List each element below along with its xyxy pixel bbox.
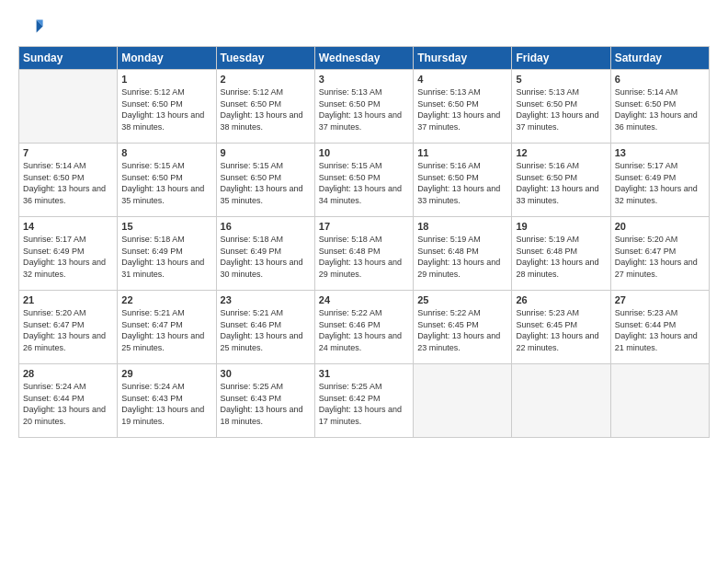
calendar-cell: 30 Sunrise: 5:25 AMSunset: 6:43 PMDaylig… xyxy=(216,364,314,438)
day-number: 11 xyxy=(417,147,507,158)
day-number: 28 xyxy=(23,368,113,379)
calendar-cell: 19 Sunrise: 5:19 AMSunset: 6:48 PMDaylig… xyxy=(512,217,610,291)
calendar-cell: 9 Sunrise: 5:15 AMSunset: 6:50 PMDayligh… xyxy=(216,144,314,217)
cell-content: Sunrise: 5:21 AMSunset: 6:47 PMDaylight:… xyxy=(121,307,211,353)
calendar-cell: 17 Sunrise: 5:18 AMSunset: 6:48 PMDaylig… xyxy=(314,217,413,291)
week-row-3: 14 Sunrise: 5:17 AMSunset: 6:49 PMDaylig… xyxy=(19,217,710,291)
day-number: 30 xyxy=(221,368,311,379)
day-number: 6 xyxy=(615,74,705,85)
calendar-cell: 14 Sunrise: 5:17 AMSunset: 6:49 PMDaylig… xyxy=(19,217,118,291)
calendar-cell xyxy=(19,70,118,144)
day-number: 22 xyxy=(121,294,211,305)
cell-content: Sunrise: 5:23 AMSunset: 6:44 PMDaylight:… xyxy=(615,307,705,353)
day-number: 7 xyxy=(23,147,113,158)
cell-content: Sunrise: 5:25 AMSunset: 6:43 PMDaylight:… xyxy=(221,381,311,427)
day-number: 5 xyxy=(516,74,606,85)
calendar-cell: 25 Sunrise: 5:22 AMSunset: 6:45 PMDaylig… xyxy=(414,291,512,364)
day-number: 14 xyxy=(23,221,113,232)
day-number: 12 xyxy=(516,147,606,158)
cell-content: Sunrise: 5:24 AMSunset: 6:43 PMDaylight:… xyxy=(121,381,211,427)
logo-icon xyxy=(18,15,44,40)
calendar-cell: 20 Sunrise: 5:20 AMSunset: 6:47 PMDaylig… xyxy=(610,217,709,291)
calendar-cell: 12 Sunrise: 5:16 AMSunset: 6:50 PMDaylig… xyxy=(512,144,610,217)
calendar-cell xyxy=(414,364,512,438)
calendar-cell: 2 Sunrise: 5:12 AMSunset: 6:50 PMDayligh… xyxy=(216,70,314,144)
week-row-4: 21 Sunrise: 5:20 AMSunset: 6:47 PMDaylig… xyxy=(19,291,710,364)
cell-content: Sunrise: 5:16 AMSunset: 6:50 PMDaylight:… xyxy=(516,160,606,206)
calendar-cell: 28 Sunrise: 5:24 AMSunset: 6:44 PMDaylig… xyxy=(19,364,118,438)
col-header-monday: Monday xyxy=(118,47,216,70)
calendar-cell: 6 Sunrise: 5:14 AMSunset: 6:50 PMDayligh… xyxy=(610,70,709,144)
day-number: 31 xyxy=(319,368,409,379)
calendar-cell: 5 Sunrise: 5:13 AMSunset: 6:50 PMDayligh… xyxy=(512,70,610,144)
calendar-cell: 18 Sunrise: 5:19 AMSunset: 6:48 PMDaylig… xyxy=(414,217,512,291)
calendar-cell: 13 Sunrise: 5:17 AMSunset: 6:49 PMDaylig… xyxy=(610,144,709,217)
header-row: SundayMondayTuesdayWednesdayThursdayFrid… xyxy=(19,47,710,70)
header xyxy=(18,15,710,40)
cell-content: Sunrise: 5:23 AMSunset: 6:45 PMDaylight:… xyxy=(516,307,606,353)
calendar-cell xyxy=(512,364,610,438)
day-number: 27 xyxy=(615,294,705,305)
calendar-table: SundayMondayTuesdayWednesdayThursdayFrid… xyxy=(18,46,710,438)
cell-content: Sunrise: 5:14 AMSunset: 6:50 PMDaylight:… xyxy=(615,86,705,132)
cell-content: Sunrise: 5:17 AMSunset: 6:49 PMDaylight:… xyxy=(23,234,113,280)
day-number: 9 xyxy=(221,147,311,158)
day-number: 1 xyxy=(121,74,211,85)
col-header-tuesday: Tuesday xyxy=(216,47,314,70)
cell-content: Sunrise: 5:20 AMSunset: 6:47 PMDaylight:… xyxy=(615,234,705,280)
cell-content: Sunrise: 5:24 AMSunset: 6:44 PMDaylight:… xyxy=(23,381,113,427)
calendar-cell: 15 Sunrise: 5:18 AMSunset: 6:49 PMDaylig… xyxy=(118,217,216,291)
col-header-thursday: Thursday xyxy=(414,47,512,70)
cell-content: Sunrise: 5:18 AMSunset: 6:49 PMDaylight:… xyxy=(121,234,211,280)
cell-content: Sunrise: 5:20 AMSunset: 6:47 PMDaylight:… xyxy=(23,307,113,353)
day-number: 20 xyxy=(615,221,705,232)
day-number: 25 xyxy=(417,294,507,305)
calendar-cell: 27 Sunrise: 5:23 AMSunset: 6:44 PMDaylig… xyxy=(610,291,709,364)
calendar-cell: 29 Sunrise: 5:24 AMSunset: 6:43 PMDaylig… xyxy=(118,364,216,438)
cell-content: Sunrise: 5:25 AMSunset: 6:42 PMDaylight:… xyxy=(319,381,409,427)
cell-content: Sunrise: 5:15 AMSunset: 6:50 PMDaylight:… xyxy=(221,160,311,206)
calendar-cell xyxy=(610,364,709,438)
day-number: 13 xyxy=(615,147,705,158)
day-number: 8 xyxy=(121,147,211,158)
week-row-1: 1 Sunrise: 5:12 AMSunset: 6:50 PMDayligh… xyxy=(19,70,710,144)
logo xyxy=(18,15,48,40)
cell-content: Sunrise: 5:15 AMSunset: 6:50 PMDaylight:… xyxy=(121,160,211,206)
cell-content: Sunrise: 5:21 AMSunset: 6:46 PMDaylight:… xyxy=(221,307,311,353)
page: SundayMondayTuesdayWednesdayThursdayFrid… xyxy=(0,0,728,447)
day-number: 19 xyxy=(516,221,606,232)
week-row-5: 28 Sunrise: 5:24 AMSunset: 6:44 PMDaylig… xyxy=(19,364,710,438)
cell-content: Sunrise: 5:12 AMSunset: 6:50 PMDaylight:… xyxy=(221,86,311,132)
day-number: 4 xyxy=(417,74,507,85)
calendar-cell: 1 Sunrise: 5:12 AMSunset: 6:50 PMDayligh… xyxy=(118,70,216,144)
day-number: 23 xyxy=(221,294,311,305)
week-row-2: 7 Sunrise: 5:14 AMSunset: 6:50 PMDayligh… xyxy=(19,144,710,217)
calendar-cell: 8 Sunrise: 5:15 AMSunset: 6:50 PMDayligh… xyxy=(118,144,216,217)
cell-content: Sunrise: 5:19 AMSunset: 6:48 PMDaylight:… xyxy=(417,234,507,280)
calendar-cell: 21 Sunrise: 5:20 AMSunset: 6:47 PMDaylig… xyxy=(19,291,118,364)
calendar-cell: 22 Sunrise: 5:21 AMSunset: 6:47 PMDaylig… xyxy=(118,291,216,364)
cell-content: Sunrise: 5:12 AMSunset: 6:50 PMDaylight:… xyxy=(121,86,211,132)
cell-content: Sunrise: 5:13 AMSunset: 6:50 PMDaylight:… xyxy=(319,86,409,132)
day-number: 10 xyxy=(319,147,409,158)
day-number: 21 xyxy=(23,294,113,305)
calendar-cell: 3 Sunrise: 5:13 AMSunset: 6:50 PMDayligh… xyxy=(314,70,413,144)
cell-content: Sunrise: 5:18 AMSunset: 6:48 PMDaylight:… xyxy=(319,234,409,280)
calendar-cell: 10 Sunrise: 5:15 AMSunset: 6:50 PMDaylig… xyxy=(314,144,413,217)
col-header-sunday: Sunday xyxy=(19,47,118,70)
calendar-cell: 7 Sunrise: 5:14 AMSunset: 6:50 PMDayligh… xyxy=(19,144,118,217)
col-header-saturday: Saturday xyxy=(610,47,709,70)
day-number: 17 xyxy=(319,221,409,232)
cell-content: Sunrise: 5:17 AMSunset: 6:49 PMDaylight:… xyxy=(615,160,705,206)
cell-content: Sunrise: 5:16 AMSunset: 6:50 PMDaylight:… xyxy=(417,160,507,206)
calendar-cell: 11 Sunrise: 5:16 AMSunset: 6:50 PMDaylig… xyxy=(414,144,512,217)
cell-content: Sunrise: 5:15 AMSunset: 6:50 PMDaylight:… xyxy=(319,160,409,206)
calendar-cell: 4 Sunrise: 5:13 AMSunset: 6:50 PMDayligh… xyxy=(414,70,512,144)
cell-content: Sunrise: 5:13 AMSunset: 6:50 PMDaylight:… xyxy=(516,86,606,132)
cell-content: Sunrise: 5:18 AMSunset: 6:49 PMDaylight:… xyxy=(221,234,311,280)
calendar-cell: 16 Sunrise: 5:18 AMSunset: 6:49 PMDaylig… xyxy=(216,217,314,291)
day-number: 2 xyxy=(221,74,311,85)
day-number: 3 xyxy=(319,74,409,85)
day-number: 24 xyxy=(319,294,409,305)
cell-content: Sunrise: 5:13 AMSunset: 6:50 PMDaylight:… xyxy=(417,86,507,132)
